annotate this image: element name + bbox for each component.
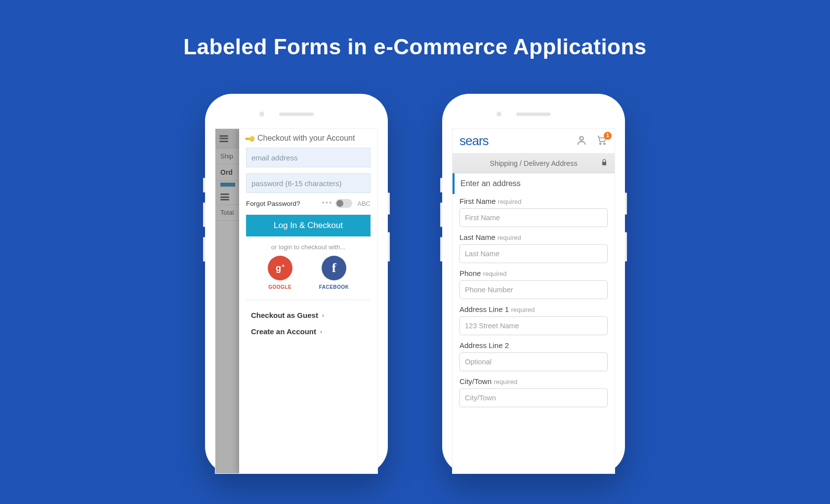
plaintext-indicator: ABC [357, 200, 371, 207]
first-name-field[interactable] [459, 208, 608, 227]
checkout-guest-link[interactable]: Checkout as Guest › [246, 307, 371, 323]
google-login-button[interactable]: g+ GOOGLE [268, 256, 292, 290]
key-icon: 🔑 [245, 132, 256, 144]
phone-right: sears 1 Shipping / Delivery Address [442, 94, 625, 474]
phone-required: required [483, 270, 507, 277]
phone-right-screen: sears 1 Shipping / Delivery Address [452, 128, 615, 474]
or-divider-text: or login to checkout with... [246, 243, 371, 251]
brand-logo[interactable]: sears [459, 133, 489, 149]
address1-label: Address Line 1 [459, 305, 509, 313]
checkout-step-title: Shipping / Delivery Address [490, 159, 577, 167]
first-name-required: required [498, 198, 522, 205]
modal-title: 🔑 Checkout with your Account [246, 134, 371, 143]
svg-point-2 [604, 143, 605, 144]
create-account-label: Create an Account [251, 327, 316, 336]
address1-field[interactable] [459, 316, 608, 335]
facebook-login-button[interactable]: f FACEBOOK [319, 256, 349, 290]
chevron-right-icon: › [322, 312, 324, 319]
cart-badge: 1 [604, 132, 612, 140]
address-form: First Name required Last Name required P… [453, 194, 615, 416]
facebook-label: FACEBOOK [319, 284, 349, 290]
section-heading: Enter an address [453, 173, 615, 194]
chevron-right-icon: › [320, 328, 322, 335]
page-title: Labeled Forms in e-Commerce Applications [0, 0, 830, 59]
address2-field[interactable] [459, 352, 608, 371]
last-name-field[interactable] [459, 244, 608, 263]
phone-label: Phone [459, 269, 481, 277]
phone-field[interactable] [459, 280, 608, 299]
city-label: City/Town [459, 377, 492, 386]
address1-required: required [511, 306, 535, 313]
store-header: sears 1 [453, 129, 615, 154]
checkout-step-header: Shipping / Delivery Address [453, 154, 615, 173]
user-icon[interactable] [576, 135, 587, 148]
svg-point-1 [600, 143, 601, 144]
svg-point-0 [580, 136, 583, 140]
first-name-label: First Name [459, 197, 496, 205]
show-password-toggle[interactable] [335, 199, 352, 208]
last-name-required: required [498, 234, 521, 241]
divider [246, 300, 371, 300]
city-field[interactable] [459, 388, 608, 407]
email-field[interactable] [246, 148, 371, 167]
forgot-password-link[interactable]: Forgot Password? [246, 200, 300, 207]
cart-icon[interactable]: 1 [596, 135, 608, 148]
facebook-icon: f [322, 256, 346, 280]
create-account-link[interactable]: Create an Account › [246, 323, 371, 340]
password-field[interactable] [246, 173, 371, 193]
phone-left-screen: Ship Ord Total 🔑 Checkout with your Acco… [215, 128, 378, 474]
google-plus-icon: g+ [268, 256, 292, 280]
modal-title-text: Checkout with your Account [257, 134, 355, 143]
google-label: GOOGLE [268, 284, 291, 290]
last-name-label: Last Name [459, 233, 496, 241]
city-required: required [494, 378, 517, 386]
password-mask-indicator: *** [322, 200, 333, 207]
lock-icon [601, 159, 608, 167]
address2-label: Address Line 2 [459, 341, 509, 349]
phone-left: Ship Ord Total 🔑 Checkout with your Acco… [205, 94, 388, 474]
phones-container: Ship Ord Total 🔑 Checkout with your Acco… [0, 94, 830, 474]
checkout-guest-label: Checkout as Guest [251, 311, 318, 319]
login-checkout-button[interactable]: Log In & Checkout [246, 215, 371, 236]
login-modal: 🔑 Checkout with your Account Forgot Pass… [239, 129, 377, 473]
